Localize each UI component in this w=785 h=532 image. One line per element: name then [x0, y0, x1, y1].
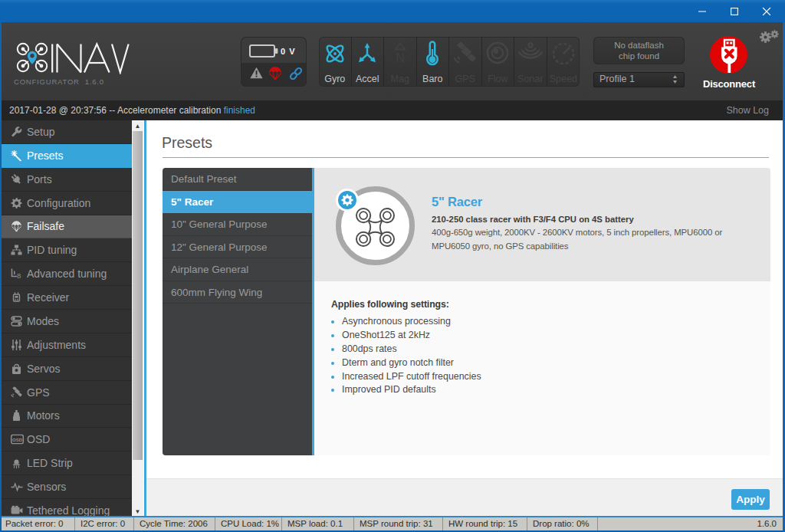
svg-text:OSD: OSD [12, 438, 23, 442]
svg-text:N: N [396, 51, 405, 64]
svg-text:8: 8 [17, 271, 21, 280]
